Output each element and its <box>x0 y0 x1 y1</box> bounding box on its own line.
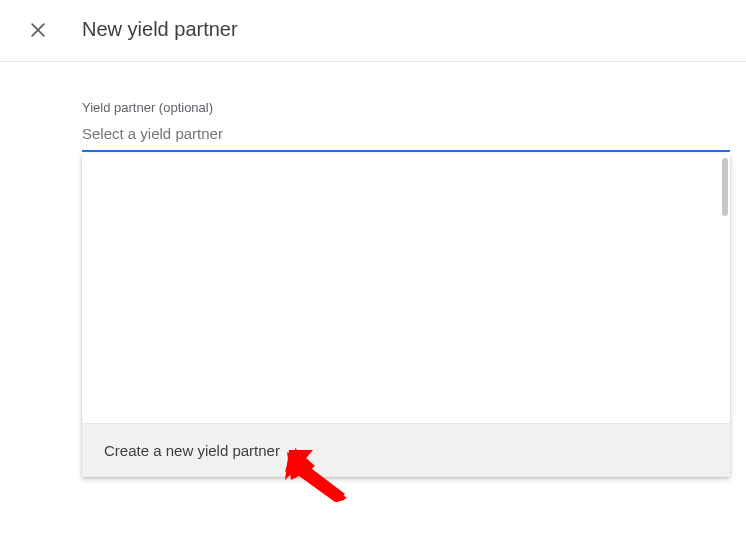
scrollbar-thumb[interactable] <box>722 158 728 216</box>
dropdown-options-list[interactable] <box>82 154 730 423</box>
yield-partner-label: Yield partner (optional) <box>82 100 726 115</box>
dialog-header: New yield partner <box>0 0 746 62</box>
form-area: Yield partner (optional) Select a yield … <box>0 62 746 152</box>
yield-partner-select[interactable]: Select a yield partner <box>82 125 730 152</box>
yield-partner-dropdown: Create a new yield partner <box>82 154 730 477</box>
create-new-yield-partner-button[interactable]: Create a new yield partner <box>82 423 730 477</box>
close-icon[interactable] <box>28 20 48 40</box>
dialog-title: New yield partner <box>82 18 238 41</box>
